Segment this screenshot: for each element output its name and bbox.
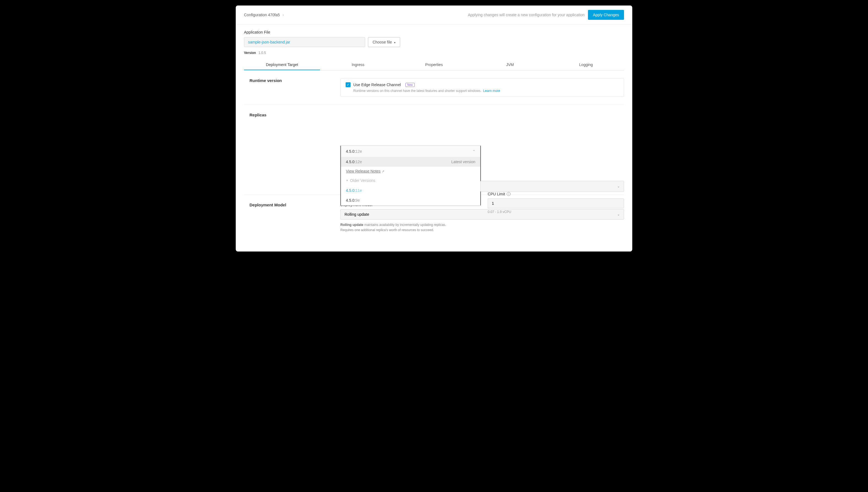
application-file-label: Application File bbox=[244, 30, 624, 34]
deployment-model-help: Rolling update maintains availability by… bbox=[341, 222, 624, 233]
breadcrumb[interactable]: Configuration 470fa5 › bbox=[244, 13, 284, 17]
version-value: 1.0.5 bbox=[259, 51, 266, 55]
chevron-up-icon: ⌃ bbox=[473, 149, 475, 153]
latest-version-tag: Latest version bbox=[451, 159, 475, 164]
topbar-note: Applying changes will create a new confi… bbox=[468, 13, 585, 17]
deployment-model-value: Rolling update bbox=[345, 212, 369, 217]
caret-down-icon: ▾ bbox=[394, 41, 395, 44]
new-badge: New bbox=[405, 83, 415, 87]
apply-changes-button[interactable]: Apply Changes bbox=[588, 10, 624, 20]
chevron-right-icon: › bbox=[283, 13, 284, 17]
cpu-limit-label: CPU Limit bbox=[488, 192, 505, 196]
runtime-version-dropdown[interactable]: 4.5.0:12e ⌃ 4.5.0:12e Latest version bbox=[341, 146, 481, 205]
dropdown-header[interactable]: 4.5.0:12e ⌃ bbox=[341, 146, 480, 157]
external-link-icon: ↗ bbox=[382, 170, 384, 173]
choose-file-label: Choose file bbox=[373, 40, 392, 44]
runtime-section-label: Runtime version bbox=[244, 78, 335, 97]
info-icon[interactable]: i bbox=[507, 192, 511, 196]
dropdown-item-older-2[interactable]: 4.5.0:9e bbox=[341, 195, 480, 205]
tab-properties[interactable]: Properties bbox=[396, 60, 472, 70]
edge-release-box: ✓ Use Edge Release Channel New Runtime v… bbox=[341, 78, 624, 97]
topbar: Configuration 470fa5 › Applying changes … bbox=[236, 5, 632, 24]
tab-deployment-target[interactable]: Deployment Target bbox=[244, 60, 320, 70]
dropdown-item-older-1[interactable]: 4.5.0:11e bbox=[341, 186, 480, 195]
edge-help-text: Runtime versions on this channel have th… bbox=[353, 89, 619, 93]
replicas-section-label: Replicas bbox=[244, 113, 335, 187]
tabs: Deployment Target Ingress Properties JVM… bbox=[244, 60, 624, 70]
version-label: Version bbox=[244, 51, 256, 55]
tab-jvm[interactable]: JVM bbox=[472, 60, 548, 70]
version-row: Version 1.0.5 bbox=[244, 51, 624, 55]
application-file-input[interactable]: sample-json-backend.jar bbox=[244, 37, 365, 47]
release-notes-link[interactable]: View Release Notes bbox=[346, 169, 381, 173]
choose-file-button[interactable]: Choose file ▾ bbox=[368, 37, 400, 47]
edge-checkbox[interactable]: ✓ bbox=[346, 82, 351, 87]
replica-size-select[interactable]: ⌄ bbox=[480, 181, 624, 192]
tab-ingress[interactable]: Ingress bbox=[320, 60, 396, 70]
triangle-down-icon: ▼ bbox=[346, 179, 348, 182]
dropdown-item-latest[interactable]: 4.5.0:12e Latest version bbox=[341, 157, 480, 167]
release-notes-row: View Release Notes↗ bbox=[341, 167, 480, 176]
chevron-down-icon: ⌄ bbox=[617, 184, 620, 188]
deployment-model-section-label: Deployment Model bbox=[244, 202, 335, 233]
learn-more-link[interactable]: Learn more bbox=[483, 89, 500, 93]
breadcrumb-text: Configuration 470fa5 bbox=[244, 13, 280, 17]
edge-checkbox-label: Use Edge Release Channel bbox=[353, 82, 401, 87]
cpu-limit-input[interactable] bbox=[488, 198, 624, 208]
cpu-limit-hint: 0.07 - 1.9 vCPU bbox=[488, 210, 624, 214]
older-versions-group[interactable]: ▼ Older Versions bbox=[341, 176, 480, 186]
tab-logging[interactable]: Logging bbox=[548, 60, 624, 70]
